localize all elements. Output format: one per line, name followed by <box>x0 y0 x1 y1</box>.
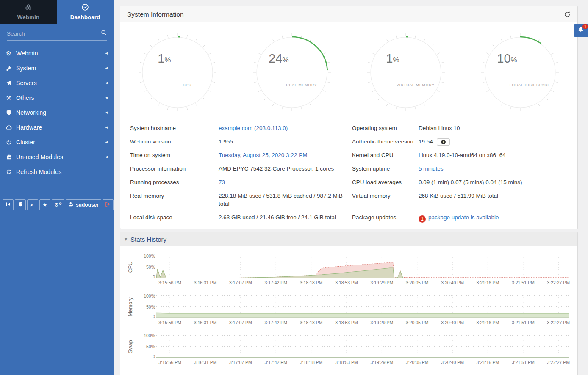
sidebar-footer-bar: >_ ★ ⚙⚙ sudouser <box>3 199 114 210</box>
x-tick-label: 3:17:07 PM <box>229 320 252 325</box>
info-label: Kernel and CPU <box>352 151 419 165</box>
info-value-cell: example.com (203.0.113.0) <box>219 124 352 138</box>
tab-webmin[interactable]: Webmin <box>0 0 57 24</box>
main-content: System Information 1%CPU24%REAL MEMORY1%… <box>114 0 588 375</box>
info-value-link[interactable]: example.com (203.0.113.0) <box>219 125 288 131</box>
search-input[interactable] <box>7 30 101 37</box>
gauge-real-memory: 24%REAL MEMORY <box>235 32 349 113</box>
stats-history-header[interactable]: ▾ Stats History <box>120 232 577 246</box>
sidebar-item-label: Servers <box>16 80 105 86</box>
collapse-sidebar-icon <box>6 201 11 208</box>
sidebar-tabs: Webmin Dashboard <box>0 0 114 24</box>
x-tick-label: 3:16:31 PM <box>194 360 217 365</box>
tab-dashboard[interactable]: Dashboard <box>57 0 114 24</box>
info-label: System hostname <box>130 124 219 138</box>
info-value-cell: Debian Linux 10 <box>419 124 568 138</box>
sidebar-item-label: Hardware <box>16 124 105 131</box>
info-label: Package updates <box>352 213 419 228</box>
x-tick-label: 3:17:07 PM <box>229 280 252 285</box>
y-axis: 100%50%0 <box>133 335 155 358</box>
send-icon <box>6 80 16 86</box>
theme-info-button[interactable]: i <box>437 138 450 146</box>
info-value-link[interactable]: Tuesday, August 25, 2020 3:22 PM <box>219 152 307 158</box>
night-mode-button[interactable] <box>15 199 26 210</box>
chart-plot-area <box>156 295 569 318</box>
user-button[interactable]: sudouser <box>66 199 101 210</box>
info-value-link[interactable]: 5 minutes <box>419 165 444 172</box>
sidebar-item-label: System <box>16 65 105 72</box>
sidebar-item-cluster[interactable]: Cluster◂ <box>0 135 114 149</box>
terminal-button[interactable]: >_ <box>27 199 38 210</box>
y-tick-label: 100% <box>144 293 155 298</box>
x-tick-label: 3:19:29 PM <box>370 320 393 325</box>
refresh-button[interactable] <box>564 11 571 18</box>
collapse-sidebar-button[interactable] <box>3 199 14 210</box>
info-value-cell: 19.54i <box>419 138 568 151</box>
info-value: 1.955 <box>219 138 233 145</box>
y-tick-label: 0 <box>153 274 155 279</box>
sidebar-item-hardware[interactable]: Hardware◂ <box>0 120 114 135</box>
info-value: 0.09 (1 min) 0.07 (5 mins) 0.04 (15 mins… <box>419 179 522 185</box>
sidebar-item-system[interactable]: System◂ <box>0 61 114 75</box>
info-label: Time on system <box>130 151 219 165</box>
x-tick-label: 3:18:18 PM <box>300 280 323 285</box>
info-value-cell: Tuesday, August 25, 2020 3:22 PM <box>219 151 352 165</box>
favorites-button[interactable]: ★ <box>39 199 50 210</box>
series-memory-used-area <box>156 313 569 318</box>
stats-charts: CPU100%50%03:15:56 PM3:16:31 PM3:17:07 P… <box>120 246 577 366</box>
webmin-logo-icon <box>25 3 32 12</box>
sidebar-item-label: Others <box>16 94 105 101</box>
logout-button[interactable] <box>103 199 114 210</box>
sidebar-item-webmin[interactable]: ⚙Webmin◂ <box>0 46 114 61</box>
x-tick-label: 3:21:51 PM <box>512 280 535 285</box>
sidebar-item-networking[interactable]: Networking◂ <box>0 105 114 120</box>
y-tick-label: 100% <box>144 254 155 259</box>
refresh-icon <box>6 169 16 175</box>
gauge-local-disk-space: 10%LOCAL DISK SPACE <box>463 32 577 113</box>
sidebar-item-un-used-modules[interactable]: Un-used Modules◂ <box>0 149 114 164</box>
gauge-value: 1% <box>386 52 399 65</box>
info-value-cell: 5 minutes <box>419 165 568 178</box>
star-icon: ★ <box>43 202 47 208</box>
info-value: Linux 4.19.0-10-amd64 on x86_64 <box>419 152 506 158</box>
info-value: Debian Linux 10 <box>419 125 460 131</box>
sidebar-item-label: Networking <box>16 109 105 116</box>
x-tick-label: 3:17:42 PM <box>264 360 287 365</box>
x-tick-label: 3:20:05 PM <box>406 280 429 285</box>
x-tick-label: 3:16:31 PM <box>194 280 217 285</box>
x-tick-label: 3:17:42 PM <box>264 320 287 325</box>
info-value-cell: 73 <box>219 178 352 192</box>
search-icon <box>101 30 107 37</box>
chevron-left-icon: ◂ <box>105 124 108 130</box>
sidebar-item-refresh-modules[interactable]: Refresh Modules <box>0 164 114 179</box>
y-axis: 100%50%0 <box>133 256 155 278</box>
gears-icon: ⚙⚙ <box>54 202 62 208</box>
sidebar-menu: ⚙Webmin◂System◂Servers◂⚒Others◂Networkin… <box>0 46 114 179</box>
x-tick-label: 3:17:42 PM <box>264 280 287 285</box>
y-tick-label: 50% <box>146 344 155 349</box>
sidebar-item-servers[interactable]: Servers◂ <box>0 75 114 90</box>
info-value: 2.63 GiB used / 21.46 GiB free / 24.1 Gi… <box>219 214 336 221</box>
info-label: Local disk space <box>130 213 219 228</box>
chevron-left-icon: ◂ <box>105 50 108 56</box>
info-value-link[interactable]: package update is available <box>428 214 499 221</box>
info-value: 228.18 MiB used / 531.8 MiB cached / 987… <box>219 193 343 207</box>
sidebar-item-others[interactable]: ⚒Others◂ <box>0 90 114 105</box>
x-tick-label: 3:18:18 PM <box>300 320 323 325</box>
info-label: Running processes <box>130 178 219 192</box>
notifications-tab[interactable]: 1 <box>574 24 588 37</box>
info-icon: i <box>441 140 446 144</box>
tools-icon: ⚒ <box>6 94 16 101</box>
x-tick-label: 3:22:27 PM <box>547 320 570 325</box>
x-tick-label: 3:21:16 PM <box>477 280 499 285</box>
gauge-label: CPU <box>183 83 191 87</box>
info-value-cell: 2.63 GiB used / 21.46 GiB free / 24.1 Gi… <box>219 213 352 228</box>
chevron-left-icon: ◂ <box>105 154 108 160</box>
sidebar-item-label: Refresh Modules <box>16 168 108 175</box>
info-value-link[interactable]: 73 <box>219 179 225 185</box>
x-tick-label: 3:19:29 PM <box>370 360 393 365</box>
theme-settings-button[interactable]: ⚙⚙ <box>52 199 64 210</box>
x-tick-label: 3:21:16 PM <box>477 360 499 365</box>
gauge-value: 10% <box>497 52 517 65</box>
x-tick-label: 3:20:05 PM <box>406 360 429 365</box>
